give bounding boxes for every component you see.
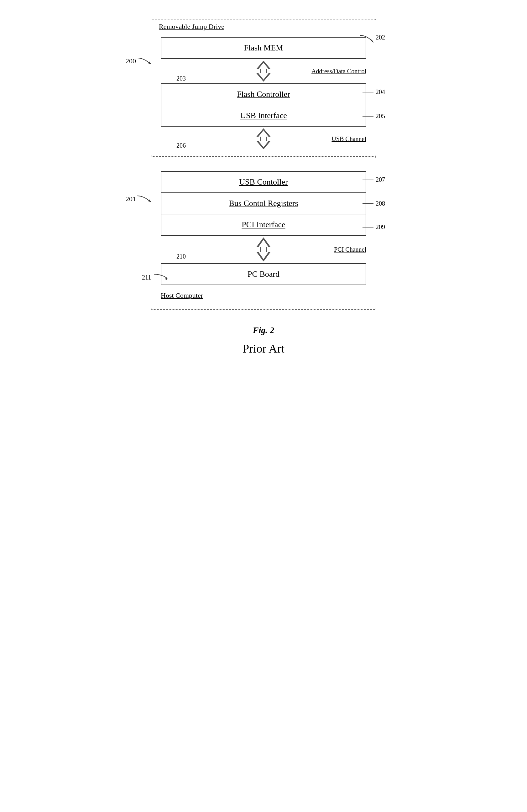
pci-interface-section: PCI Interface — [161, 214, 366, 235]
ref-203: 203 — [176, 75, 186, 82]
ref-208-line — [363, 200, 375, 206]
ref-208: 208 — [376, 200, 385, 207]
flash-mem-box: Flash MEM — [161, 37, 366, 59]
address-data-label: Address/Data Control — [311, 68, 366, 75]
page-container: 200 Removable Jump Drive Flash MEM — [122, 19, 405, 356]
pc-board-label: PC Board — [248, 270, 279, 279]
controller-usb-box: Flash Controller USB Interface 204 — [161, 83, 366, 127]
pc-board-box: PC Board — [161, 263, 366, 285]
flash-mem-label: Flash MEM — [244, 43, 283, 52]
ref-209-line — [363, 224, 375, 230]
usb-controller-section: USB Contoller — [161, 172, 366, 193]
ref-206: 206 — [176, 142, 186, 149]
pci-channel-label: PCI Channel — [334, 246, 366, 253]
ref-201: 201 — [126, 194, 155, 204]
bidir-arrow-1 — [254, 60, 273, 82]
multi-box: Flash Controller USB Interface — [161, 83, 366, 127]
ref-207: 207 — [376, 176, 385, 183]
flash-controller-label: Flash Controller — [237, 90, 290, 99]
ref-205-line — [363, 113, 375, 119]
arrow1-container: 203 Address/Data Control — [161, 60, 366, 82]
usb-interface-section: USB Interface — [161, 105, 366, 126]
ref-207-line — [363, 177, 375, 183]
ref-200: 200 — [126, 56, 155, 66]
ref-204-container: 204 — [363, 88, 385, 96]
arrow2-container: 206 USB Channel — [161, 128, 366, 150]
svg-marker-19 — [259, 248, 268, 259]
ref-204: 204 — [376, 88, 385, 96]
prior-art-label: Prior Art — [243, 342, 284, 356]
ref-202-container: 202 — [359, 34, 385, 43]
pci-interface-label: PCI Interface — [241, 220, 285, 229]
bidir-arrow-3 — [254, 237, 273, 262]
bus-control-label: Bus Contol Registers — [229, 199, 298, 208]
fig-caption: Fig. 2 — [253, 325, 274, 335]
host-components-box: USB Contoller Bus Contol Registers PCI I… — [161, 171, 366, 236]
svg-marker-5 — [259, 70, 268, 79]
ref-202-arrow — [359, 34, 375, 43]
ref-208-container: 208 — [363, 200, 385, 207]
ref-204-line — [363, 89, 375, 95]
usb-controller-label: USB Contoller — [239, 177, 288, 187]
host-multi-box: USB Contoller Bus Contol Registers PCI I… — [161, 171, 366, 236]
ref-205: 205 — [376, 113, 385, 120]
ref-211-arrow — [152, 273, 168, 282]
removable-jump-drive-label: Removable Jump Drive — [158, 23, 225, 31]
ref-205-container: 205 — [363, 113, 385, 120]
ref-202: 202 — [376, 34, 385, 41]
usb-interface-label: USB Interface — [240, 111, 287, 120]
host-computer-box: USB Contoller Bus Contol Registers PCI I… — [151, 157, 376, 310]
bidir-arrow-2 — [254, 128, 273, 150]
usb-channel-label: USB Channel — [332, 135, 366, 143]
ref-211-container: 211 — [142, 273, 168, 282]
ref-209-container: 209 — [363, 223, 385, 231]
ref-207-container: 207 — [363, 176, 385, 183]
bus-control-section: Bus Contol Registers — [161, 193, 366, 214]
arrow3-container: 210 PCI Channel — [161, 237, 366, 262]
ref-209: 209 — [376, 223, 385, 231]
flash-controller-section: Flash Controller — [161, 84, 366, 105]
removable-jump-drive-box: Removable Jump Drive Flash MEM 202 — [151, 19, 376, 157]
svg-marker-1 — [371, 40, 374, 43]
pc-board-container: PC Board 211 — [161, 263, 366, 285]
host-computer-bottom-label: Host Computer — [161, 291, 366, 300]
svg-marker-11 — [259, 137, 268, 147]
ref-210: 210 — [176, 253, 186, 260]
ref-211: 211 — [142, 274, 151, 281]
